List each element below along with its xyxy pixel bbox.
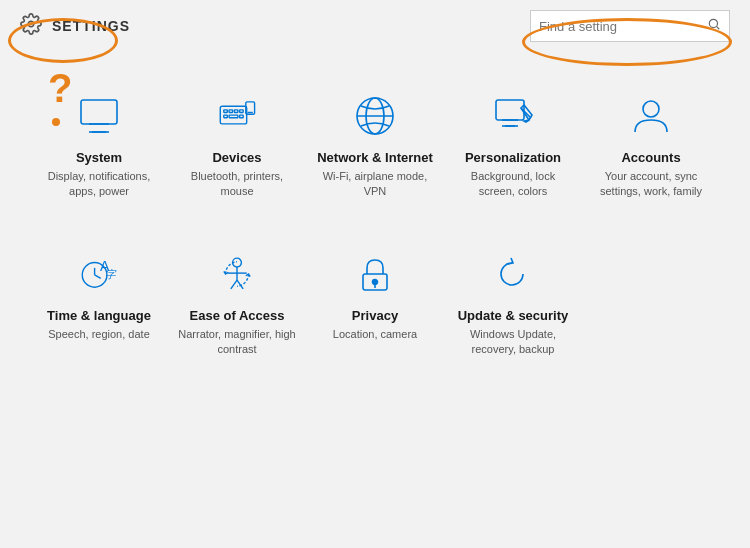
settings-grid-row2: A 字 Time & language Speech, region, date xyxy=(0,230,750,388)
settings-item-network[interactable]: Network & Internet Wi-Fi, airplane mode,… xyxy=(306,72,444,220)
header-left: SETTINGS xyxy=(20,13,130,39)
svg-point-25 xyxy=(643,101,659,117)
settings-item-ease-of-access[interactable]: Ease of Access Narrator, magnifier, high… xyxy=(168,230,306,378)
settings-item-accounts[interactable]: Accounts Your account, sync settings, wo… xyxy=(582,72,720,220)
svg-rect-13 xyxy=(240,110,244,113)
personalization-title: Personalization xyxy=(465,150,561,165)
network-subtitle: Wi-Fi, airplane mode, VPN xyxy=(316,169,434,200)
svg-rect-12 xyxy=(229,115,238,118)
svg-point-1 xyxy=(709,19,717,27)
header: SETTINGS xyxy=(0,0,750,52)
system-icon xyxy=(77,92,121,140)
search-box[interactable] xyxy=(530,10,730,42)
update-security-icon xyxy=(491,250,535,298)
svg-rect-8 xyxy=(224,110,228,113)
privacy-icon xyxy=(353,250,397,298)
svg-line-34 xyxy=(231,280,237,289)
svg-rect-10 xyxy=(234,110,238,113)
network-title: Network & Internet xyxy=(317,150,433,165)
devices-icon xyxy=(215,92,259,140)
settings-item-update-security[interactable]: Update & security Windows Update, recove… xyxy=(444,230,582,378)
ease-of-access-subtitle: Narrator, magnifier, high contrast xyxy=(178,327,296,358)
svg-text:字: 字 xyxy=(105,268,117,280)
svg-rect-14 xyxy=(240,115,244,118)
system-subtitle: Display, notifications, apps, power xyxy=(40,169,158,200)
ease-of-access-title: Ease of Access xyxy=(190,308,285,323)
time-language-title: Time & language xyxy=(47,308,151,323)
accounts-subtitle: Your account, sync settings, work, famil… xyxy=(592,169,710,200)
svg-rect-3 xyxy=(81,100,117,124)
privacy-subtitle: Location, camera xyxy=(333,327,417,342)
update-security-subtitle: Windows Update, recovery, backup xyxy=(454,327,572,358)
ease-of-access-icon xyxy=(215,250,259,298)
privacy-title: Privacy xyxy=(352,308,398,323)
svg-point-37 xyxy=(373,279,378,284)
settings-item-devices[interactable]: Devices Bluetooth, printers, mouse xyxy=(168,72,306,220)
update-security-title: Update & security xyxy=(458,308,569,323)
svg-rect-11 xyxy=(224,115,228,118)
svg-rect-20 xyxy=(496,100,524,120)
devices-subtitle: Bluetooth, printers, mouse xyxy=(178,169,296,200)
settings-grid-row1: System Display, notifications, apps, pow… xyxy=(0,52,750,230)
settings-item-time-language[interactable]: A 字 Time & language Speech, region, date xyxy=(30,230,168,378)
search-input[interactable] xyxy=(539,19,707,34)
app-title: SETTINGS xyxy=(52,18,130,34)
svg-line-28 xyxy=(95,275,101,279)
settings-item-personalization[interactable]: Personalization Background, lock screen,… xyxy=(444,72,582,220)
time-language-icon: A 字 xyxy=(77,250,121,298)
svg-line-35 xyxy=(237,280,243,289)
accounts-title: Accounts xyxy=(621,150,680,165)
accounts-icon xyxy=(629,92,673,140)
settings-item-privacy[interactable]: Privacy Location, camera xyxy=(306,230,444,378)
personalization-icon xyxy=(491,92,535,140)
svg-line-2 xyxy=(717,27,720,30)
devices-title: Devices xyxy=(212,150,261,165)
personalization-subtitle: Background, lock screen, colors xyxy=(454,169,572,200)
svg-point-0 xyxy=(28,21,34,27)
settings-item-system[interactable]: System Display, notifications, apps, pow… xyxy=(30,72,168,220)
grid-spacer xyxy=(582,230,720,378)
network-icon xyxy=(353,92,397,140)
search-icon xyxy=(707,17,721,35)
system-title: System xyxy=(76,150,122,165)
time-language-subtitle: Speech, region, date xyxy=(48,327,150,342)
gear-icon xyxy=(20,13,42,39)
svg-rect-9 xyxy=(229,110,233,113)
